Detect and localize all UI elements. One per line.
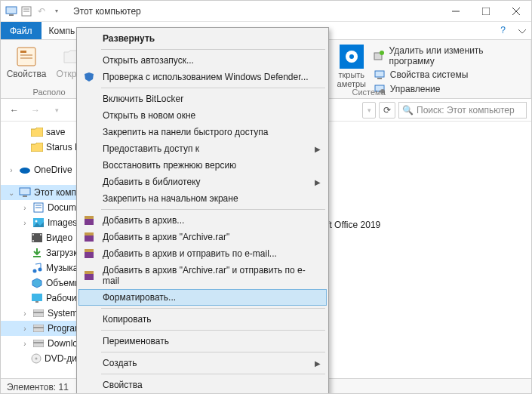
settings-button[interactable]	[334, 43, 369, 70]
expand-icon[interactable]: ›	[20, 340, 29, 348]
svg-rect-0	[6, 7, 17, 14]
ctx-pin-quick[interactable]: Закрепить на панели быстрого доступа	[78, 124, 327, 140]
svg-point-17	[380, 51, 384, 55]
undo-icon[interactable]: ↶	[35, 5, 48, 17]
properties-large-icon	[14, 45, 38, 69]
3d-icon	[31, 277, 43, 289]
ctx-format[interactable]: Форматировать...	[78, 289, 327, 306]
svg-rect-44	[33, 342, 44, 343]
drive-icon	[32, 307, 45, 319]
downloads-icon	[31, 247, 43, 259]
window-title: Этот компьютер	[67, 6, 441, 17]
svg-rect-11	[20, 54, 32, 56]
music-icon	[31, 262, 43, 274]
winrar-icon	[83, 269, 95, 282]
svg-rect-51	[85, 216, 94, 219]
svg-rect-9	[17, 48, 35, 66]
svg-rect-37	[32, 294, 42, 301]
winrar-icon	[83, 214, 95, 226]
folder-icon	[31, 126, 43, 138]
ctx-autorun[interactable]: Открыть автозапуск...	[78, 52, 327, 69]
onedrive-icon	[19, 164, 31, 176]
manage-item[interactable]: Управление	[372, 82, 521, 96]
drive-icon	[32, 322, 45, 334]
search-input[interactable]: 🔍 Поиск: Этот компьютер	[398, 102, 527, 119]
back-button[interactable]: ←	[5, 101, 23, 119]
expand-icon[interactable]: ›	[7, 166, 16, 174]
ctx-give-access[interactable]: Предоставить доступ к▶	[78, 140, 327, 157]
svg-point-29	[35, 220, 38, 223]
folder-icon	[31, 141, 43, 153]
svg-rect-6	[482, 8, 490, 15]
quick-access-toolbar: ↶ ▾	[1, 5, 67, 17]
search-icon: 🔍	[402, 105, 414, 115]
close-button[interactable]	[501, 1, 531, 22]
ctx-archive[interactable]: Добавить в архив...	[78, 212, 327, 229]
properties-button[interactable]: Свойства	[7, 43, 46, 81]
context-menu: Развернуть Открыть автозапуск... Проверк…	[76, 27, 329, 394]
svg-rect-56	[85, 273, 94, 280]
system-group-label: Система	[352, 88, 386, 97]
svg-rect-50	[85, 218, 94, 225]
pictures-icon	[32, 217, 45, 229]
svg-rect-32	[32, 240, 34, 242]
video-icon	[31, 232, 43, 244]
recent-locations-button[interactable]: ▾	[48, 101, 66, 119]
svg-rect-1	[9, 14, 14, 16]
forward-button[interactable]: →	[26, 101, 45, 119]
maximize-button[interactable]	[471, 1, 501, 22]
svg-rect-24	[23, 195, 27, 197]
status-elements: Элементов: 11	[7, 382, 69, 392]
svg-rect-10	[20, 51, 26, 53]
ctx-bitlocker[interactable]: Включить BitLocker	[78, 91, 327, 107]
ctx-library[interactable]: Добавить в библиотеку▶	[78, 174, 327, 190]
dvd-icon	[31, 352, 42, 365]
ctx-properties[interactable]: Свойства	[78, 377, 327, 393]
desktop-icon	[31, 292, 43, 304]
chevron-right-icon: ▶	[315, 145, 321, 153]
ctx-rename[interactable]: Переименовать	[78, 333, 327, 349]
titlebar: ↶ ▾ Этот компьютер	[1, 1, 531, 22]
pc-icon	[19, 186, 31, 199]
svg-rect-33	[40, 234, 42, 235]
svg-rect-53	[85, 232, 94, 235]
svg-rect-18	[375, 71, 384, 77]
expand-icon[interactable]: ›	[20, 309, 29, 318]
address-dropdown[interactable]: ▾	[362, 102, 376, 119]
system-properties-icon	[374, 69, 386, 81]
documents-icon	[32, 202, 45, 214]
file-tab[interactable]: Файл	[1, 22, 42, 39]
minimize-button[interactable]	[441, 1, 471, 22]
svg-rect-23	[20, 188, 30, 195]
expand-icon[interactable]: ›	[20, 204, 29, 212]
ctx-restore[interactable]: Восстановить прежнюю версию	[78, 157, 327, 174]
dropdown-icon[interactable]: ▾	[51, 5, 63, 17]
properties-icon[interactable]	[20, 5, 32, 17]
settings-sub1: ткрыть	[338, 70, 364, 79]
svg-rect-40	[33, 312, 44, 313]
properties-label: Свойства	[7, 69, 47, 79]
ctx-expand[interactable]: Развернуть	[78, 30, 327, 47]
uninstall-program-item[interactable]: Удалить или изменить программу	[372, 45, 521, 67]
ctx-archive-rar-email[interactable]: Добавить в архив "Archive.rar" и отправи…	[78, 262, 327, 289]
collapse-icon[interactable]: ⌄	[7, 189, 16, 197]
svg-point-22	[20, 168, 30, 174]
expand-icon[interactable]: ›	[20, 219, 29, 227]
help-icon[interactable]: ?	[493, 22, 513, 39]
drive-icon	[32, 337, 45, 349]
ctx-pin-start[interactable]: Закрепить на начальном экране	[78, 190, 327, 207]
ctx-copy[interactable]: Копировать	[78, 311, 327, 328]
ctx-archive-email[interactable]: Добавить в архив и отправить по e-mail..…	[78, 245, 327, 262]
system-properties-item[interactable]: Свойства системы	[372, 68, 521, 82]
refresh-button[interactable]: ⟳	[379, 102, 395, 119]
ctx-create[interactable]: Создать▶	[78, 355, 327, 371]
svg-rect-19	[377, 78, 382, 79]
expand-icon[interactable]: ›	[20, 325, 29, 333]
ctx-archive-rar[interactable]: Добавить в архив "Archive.rar"	[78, 229, 327, 245]
ribbon-collapse-icon[interactable]	[513, 22, 531, 39]
ctx-new-window[interactable]: Открыть в новом окне	[78, 107, 327, 124]
svg-rect-38	[35, 301, 38, 303]
uninstall-icon	[374, 50, 385, 62]
ctx-defender[interactable]: Проверка с использованием Windows Defend…	[78, 69, 327, 85]
this-pc-icon	[5, 5, 17, 17]
